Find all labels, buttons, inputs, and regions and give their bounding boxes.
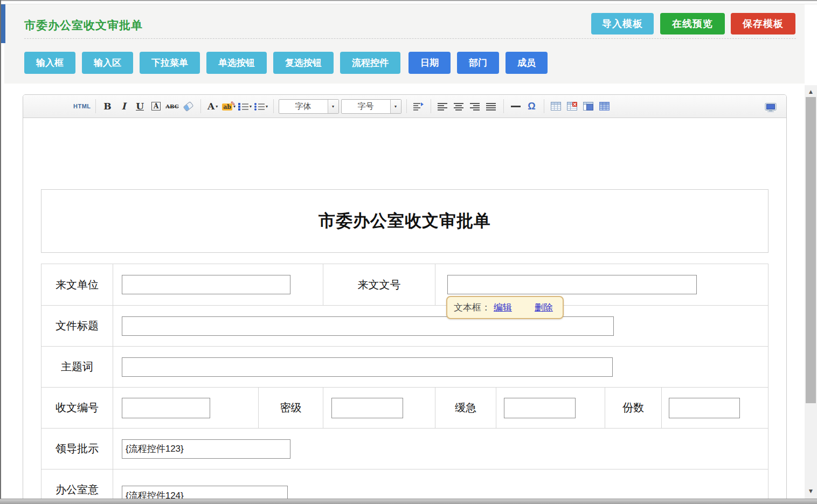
table-properties-button[interactable] [581,98,596,114]
underline-button[interactable]: U [133,98,148,114]
secrecy-level-input[interactable] [331,398,403,418]
delete-field-link[interactable]: 删除 [535,301,553,314]
strikethrough-icon: ABC [165,103,178,109]
doc-number-input[interactable] [447,275,697,294]
align-justify-icon [486,102,496,111]
highlight-icon: ab✎ [222,102,232,111]
field-tooltip: 文本框： 编辑 删除 [446,296,564,319]
scrollbar-thumb[interactable] [806,97,816,403]
table-properties-icon [583,102,593,111]
table-row: 收文编号 密级 缓急 份数 [41,387,768,428]
field-label: 办公室意 [56,482,99,497]
cell-properties-button[interactable] [597,98,612,114]
cell-properties-icon [599,102,610,111]
copies-input[interactable] [669,398,740,418]
eraser-icon [183,101,194,111]
html-source-icon: HTML [73,103,91,109]
font-family-select[interactable]: 字体▾ [279,99,339,114]
strikethrough-button[interactable]: ABC [165,98,180,114]
form-table: 来文单位 来文文号 文件标题 主题词 收文编号 密级 [41,264,768,500]
remove-format-button[interactable] [181,98,196,114]
toolbar-separator [200,99,201,113]
form-title: 市委办公室收文审批单 [319,210,491,232]
font-style-button[interactable]: A [149,98,164,114]
pencil-icon: ✎ [231,100,236,107]
scroll-down-button[interactable]: ▼ [805,486,817,496]
insert-textarea-button[interactable]: 输入区 [82,52,133,74]
bold-button[interactable]: B [100,98,115,114]
editor-panel: HTML B I U A ABC A▾ ab✎▾ ▾ ▾ 字体▾ 字号▾ [23,94,787,500]
header-actions: 导入模板 在线预览 保存模板 [4,13,805,34]
align-justify-button[interactable] [484,98,499,114]
unordered-list-icon [254,102,265,111]
italic-button[interactable]: I [116,98,131,114]
dashed-divider [24,38,796,39]
form-title-box: 市委办公室收文审批单 [41,189,768,253]
ordered-list-icon [238,102,248,111]
field-label: 密级 [280,401,302,415]
import-template-button[interactable]: 导入模板 [591,13,654,34]
delete-table-icon [567,102,577,111]
editor-canvas[interactable]: 市委办公室收文审批单 来文单位 来文文号 文件标题 主题词 [23,118,786,500]
field-label: 份数 [622,401,644,415]
edit-field-link[interactable]: 编辑 [494,301,512,314]
toolbar-separator [406,99,407,113]
monitor-icon [765,103,777,112]
scrollbar-track[interactable]: ▲ ▼ [805,85,817,499]
chevron-down-icon: ▾ [390,100,401,113]
toolbar-separator [95,99,96,113]
insert-department-button[interactable]: 部门 [457,52,499,74]
insert-table-icon [551,102,561,111]
source-unit-input[interactable] [122,275,290,294]
save-template-button[interactable]: 保存模板 [731,13,795,34]
html-source-button[interactable]: HTML [73,98,91,114]
font-color-button[interactable]: A▾ [205,98,220,114]
indent-button[interactable] [411,98,426,114]
insert-radio-button[interactable]: 单选按钮 [206,52,267,74]
subject-words-input[interactable] [122,357,613,377]
align-left-icon [438,102,448,111]
field-label: 主题词 [61,360,93,374]
insert-member-button[interactable]: 成员 [506,52,548,74]
insert-dropdown-button[interactable]: 下拉菜单 [140,52,200,74]
scroll-up-icon: ▲ [809,89,813,94]
insert-flow-control-button[interactable]: 流程控件 [340,52,400,74]
insert-table-button[interactable] [549,98,564,114]
table-row: 领导批示 [41,428,768,469]
horizontal-rule-button[interactable] [508,98,523,114]
table-row: 办公室意 [41,469,768,500]
delete-table-button[interactable] [565,98,580,114]
align-center-icon [454,102,464,111]
chevron-down-icon: ▾ [266,104,268,109]
office-opinion-control[interactable] [122,486,288,500]
field-label: 来文单位 [56,278,99,292]
indent-icon [413,102,424,111]
italic-icon: I [122,101,126,112]
insert-checkbox-button[interactable]: 复选按钮 [273,52,334,74]
fullscreen-button[interactable] [763,99,778,115]
table-row: 主题词 [41,346,768,387]
urgency-input[interactable] [504,398,576,418]
font-size-select[interactable]: 字号▾ [341,99,401,114]
receipt-number-input[interactable] [122,398,210,418]
scroll-up-button[interactable]: ▲ [805,86,817,97]
chevron-down-icon: ▾ [328,100,338,113]
special-char-button[interactable]: Ω [524,98,539,114]
tooltip-label: 文本框： [454,301,490,314]
window-left-edge [0,0,1,504]
unordered-list-button[interactable]: ▾ [254,98,269,114]
omega-icon: Ω [528,101,535,112]
align-center-button[interactable] [452,98,467,114]
app-window: 市委办公室收文审批单 导入模板 在线预览 保存模板 输入框 输入区 下拉菜单 单… [0,0,817,504]
ordered-list-button[interactable]: ▾ [238,98,253,114]
bold-icon: B [103,101,111,112]
online-preview-button[interactable]: 在线预览 [660,13,725,34]
insert-input-box-button[interactable]: 输入框 [24,52,75,74]
align-right-button[interactable] [468,98,483,114]
insert-date-button[interactable]: 日期 [408,52,451,74]
align-left-button[interactable] [435,98,451,114]
table-row: 来文单位 来文文号 [41,264,768,305]
highlight-color-button[interactable]: ab✎▾ [221,98,237,114]
leader-comments-control[interactable] [122,439,290,459]
toolbar-separator [431,99,431,113]
